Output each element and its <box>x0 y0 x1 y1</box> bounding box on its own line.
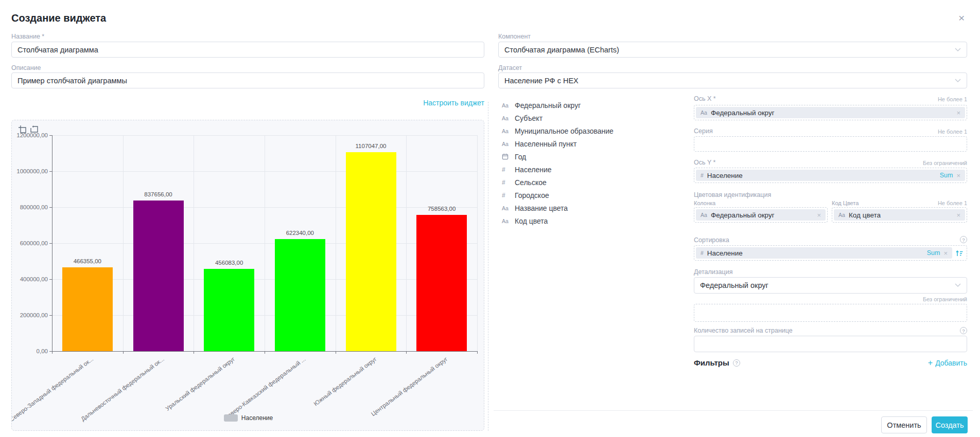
help-icon[interactable]: ? <box>960 327 967 334</box>
drilldown-label: Детализация <box>694 268 732 276</box>
text-type-icon: Аа <box>502 115 511 121</box>
bar-value-label: 758563,00 <box>408 206 475 212</box>
description-input[interactable]: Пример столбчатой диаграммы <box>11 72 484 88</box>
dataset-field[interactable]: АаКод цвета <box>502 214 677 227</box>
dataset-field[interactable]: АаСубъект <box>502 112 677 124</box>
page-size-input[interactable] <box>694 336 967 352</box>
color-code-dropzone[interactable]: Аа Код цвета × <box>832 207 967 223</box>
page-size-label: Количество записей на странице <box>694 327 793 334</box>
name-input[interactable]: Столбчатая диаграмма <box>11 42 484 58</box>
x-axis-category-label: Северо-Кавказский федеральный ... <box>223 356 307 421</box>
extra-dropzone[interactable] <box>694 304 967 322</box>
plus-icon: + <box>928 359 933 367</box>
sorting-dropzone[interactable]: # Население Sum × <box>694 245 967 261</box>
close-icon[interactable]: × <box>958 12 965 23</box>
description-label: Описание <box>11 64 41 71</box>
extra-dropzone-limit: Без ограничений <box>923 296 967 302</box>
component-select[interactable]: Столбчатая диаграмма (ECharts) <box>498 42 967 58</box>
aggregation-badge[interactable]: Sum <box>927 249 940 257</box>
bar[interactable] <box>275 239 325 351</box>
aggregation-badge[interactable]: Sum <box>940 172 953 179</box>
color-column-label: Колонка <box>694 200 715 206</box>
number-type-icon: # <box>701 172 704 178</box>
text-type-icon: Аа <box>838 212 845 218</box>
dataset-select[interactable]: Население РФ с HEX <box>498 72 967 88</box>
bar-value-label: 466355,00 <box>54 258 121 264</box>
dataset-field[interactable]: АаНаселенный пункт <box>502 137 677 150</box>
create-button[interactable]: Создать <box>932 416 968 433</box>
dataset-field[interactable]: #Население <box>502 163 677 176</box>
name-label: Название * <box>11 33 44 40</box>
add-filter-button[interactable]: + Добавить <box>928 359 967 367</box>
number-type-icon: # <box>502 166 511 173</box>
bar[interactable] <box>416 215 467 351</box>
bar[interactable] <box>346 152 396 351</box>
dataset-field[interactable]: Год <box>502 150 677 163</box>
help-icon[interactable]: ? <box>960 236 967 243</box>
chevron-down-icon <box>955 79 961 83</box>
sort-ascending-icon[interactable] <box>955 249 964 258</box>
grid-line-v <box>336 135 336 351</box>
text-type-icon: Аа <box>502 141 511 147</box>
dataset-field[interactable]: #Сельское <box>502 176 677 189</box>
axis-x-dropzone[interactable]: Аа Федеральный округ × <box>694 105 967 120</box>
axis-y-dropzone[interactable]: # Население Sum × <box>694 168 967 183</box>
dataset-field-label: Федеральный округ <box>515 101 581 110</box>
color-column-dropzone[interactable]: Аа Федеральный округ × <box>694 207 828 223</box>
bar[interactable] <box>204 269 254 351</box>
filters-section-label: Фильтры ? <box>694 358 740 367</box>
bar-value-label: 456083,00 <box>196 260 262 266</box>
panel-divider <box>488 102 488 431</box>
y-axis-tick-label: 1200000,00 <box>14 132 48 139</box>
sorting-chip[interactable]: # Население Sum × <box>696 247 952 259</box>
remove-icon[interactable]: × <box>956 172 960 179</box>
component-label: Компонент <box>498 33 531 40</box>
bar[interactable] <box>133 201 184 351</box>
dataset-field-label: Субъект <box>515 114 542 122</box>
remove-icon[interactable]: × <box>956 211 960 219</box>
number-type-icon: # <box>701 250 704 256</box>
color-identification-label: Цветовая идентификация <box>694 191 771 198</box>
color-column-chip-label: Федеральный округ <box>711 211 775 219</box>
chevron-down-icon <box>955 48 961 52</box>
color-code-chip[interactable]: Аа Код цвета × <box>834 209 965 221</box>
y-axis-tick-label: 0,00 <box>14 348 48 355</box>
chart-legend[interactable]: Население <box>12 414 484 422</box>
grid-line-v <box>406 135 407 351</box>
x-axis-category-label: Уральский федеральный округ <box>164 356 236 412</box>
axis-y-limit: Без ограничений <box>923 160 967 166</box>
configure-widget-link[interactable]: Настроить виджет <box>423 99 484 107</box>
filters-label: Фильтры <box>694 358 729 367</box>
dataset-field-label: Код цвета <box>515 217 548 225</box>
axis-x-label: Ось X * <box>694 95 716 102</box>
y-axis-tick-label: 600000,00 <box>14 240 48 247</box>
dataset-field[interactable]: АаНазвание цвета <box>502 202 677 214</box>
color-column-chip[interactable]: Аа Федеральный округ × <box>696 209 826 221</box>
remove-icon[interactable]: × <box>956 109 960 117</box>
text-type-icon: Аа <box>701 212 707 218</box>
axis-x-chip[interactable]: Аа Федеральный округ × <box>696 107 965 118</box>
x-axis-category-label: Дальневосточный федеральный ок... <box>80 356 165 422</box>
help-icon[interactable]: ? <box>733 359 740 367</box>
axis-y-chip[interactable]: # Население Sum × <box>696 170 965 181</box>
y-axis-tick-label: 1000000,00 <box>14 168 48 175</box>
drilldown-select[interactable]: Федеральный округ <box>694 277 967 294</box>
dataset-field-label: Сельское <box>515 178 547 187</box>
dialog-title: Создание виджета <box>11 12 106 24</box>
axis-x-limit: Не более 1 <box>938 96 967 102</box>
series-limit: Не более 1 <box>938 129 967 135</box>
dataset-field[interactable]: АаФедеральный округ <box>502 99 677 112</box>
series-dropzone[interactable] <box>694 136 967 152</box>
grid-line-v <box>123 135 124 351</box>
dataset-fields-list: АаФедеральный округАаСубъектАаМуниципаль… <box>502 99 677 227</box>
remove-icon[interactable]: × <box>817 211 821 219</box>
remove-icon[interactable]: × <box>943 249 948 257</box>
y-axis-line <box>52 135 52 351</box>
description-input-value: Пример столбчатой диаграммы <box>18 77 127 85</box>
bar[interactable] <box>62 267 113 351</box>
dataset-field[interactable]: АаМуниципальное образование <box>502 124 677 137</box>
dataset-field[interactable]: #Городское <box>502 189 677 202</box>
drilldown-select-value: Федеральный округ <box>700 281 768 289</box>
series-label: Серия <box>694 128 713 135</box>
cancel-button[interactable]: Отменить <box>881 416 927 433</box>
